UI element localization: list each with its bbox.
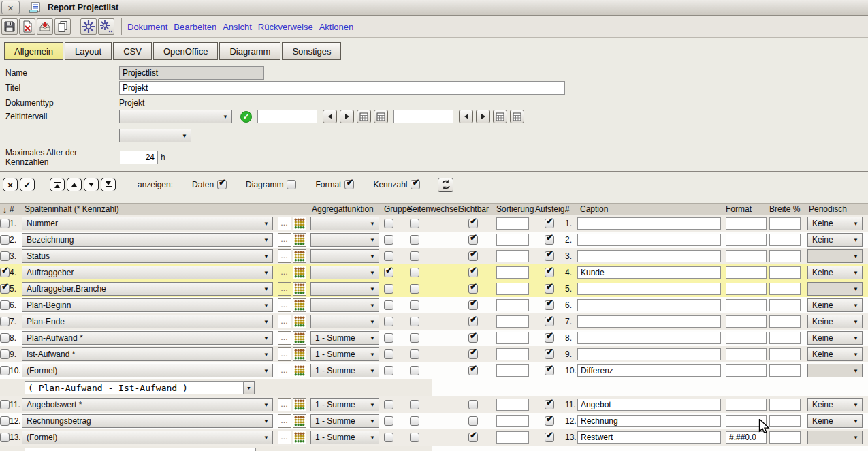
dots-button[interactable]: ... bbox=[278, 217, 291, 230]
next-button-1[interactable] bbox=[340, 110, 354, 123]
dots-button[interactable]: ... bbox=[278, 233, 291, 247]
aufsteig-checkbox[interactable] bbox=[545, 251, 554, 261]
aufsteig-checkbox[interactable] bbox=[545, 300, 554, 310]
breite-input[interactable] bbox=[769, 266, 801, 279]
caption-input[interactable] bbox=[577, 217, 721, 230]
breite-input[interactable] bbox=[769, 431, 801, 444]
report-wizard-button[interactable] bbox=[80, 18, 97, 35]
tab-allgemein[interactable]: Allgemein bbox=[4, 42, 63, 60]
row-select-checkbox[interactable] bbox=[0, 333, 10, 343]
seitenwechsel-checkbox[interactable] bbox=[410, 219, 419, 228]
sortierung-input[interactable] bbox=[496, 266, 529, 279]
caption-input[interactable] bbox=[577, 399, 721, 411]
aufsteig-checkbox[interactable] bbox=[545, 235, 554, 245]
periodisch-select[interactable] bbox=[807, 282, 863, 296]
content-select[interactable]: Ist-Aufwand * bbox=[22, 347, 273, 361]
sortierung-input[interactable] bbox=[496, 364, 529, 377]
format-input[interactable] bbox=[726, 364, 767, 377]
move-up-button[interactable] bbox=[67, 178, 82, 191]
calendar-button-4[interactable] bbox=[510, 110, 524, 123]
gruppe-checkbox[interactable] bbox=[384, 219, 393, 228]
format-input[interactable] bbox=[726, 399, 767, 411]
sichtbar-checkbox[interactable] bbox=[468, 366, 478, 375]
content-select[interactable]: Auftraggeber.Branche bbox=[22, 282, 273, 296]
content-select[interactable]: Auftraggeber bbox=[22, 266, 273, 279]
sichtbar-checkbox[interactable] bbox=[468, 284, 478, 294]
gruppe-checkbox[interactable] bbox=[384, 366, 393, 375]
sortierung-input[interactable] bbox=[496, 283, 529, 295]
name-input[interactable] bbox=[119, 66, 264, 80]
row-select-checkbox[interactable] bbox=[0, 251, 10, 261]
row-select-checkbox[interactable] bbox=[0, 416, 10, 426]
seitenwechsel-checkbox[interactable] bbox=[410, 317, 419, 326]
caption-input[interactable] bbox=[577, 283, 721, 295]
sortierung-input[interactable] bbox=[496, 399, 529, 411]
breite-input[interactable] bbox=[769, 348, 801, 360]
next-button-2[interactable] bbox=[476, 110, 490, 123]
aggregat-select[interactable]: 1 - Summe bbox=[310, 398, 379, 411]
aufsteig-checkbox[interactable] bbox=[545, 400, 554, 409]
dots-button[interactable]: ... bbox=[278, 298, 291, 312]
formula-dropdown-button[interactable]: ▼ bbox=[244, 381, 255, 394]
dots-button[interactable]: ... bbox=[278, 282, 291, 296]
aufsteig-checkbox[interactable] bbox=[545, 349, 554, 359]
seitenwechsel-checkbox[interactable] bbox=[410, 433, 419, 442]
content-select[interactable]: (Formel) bbox=[22, 364, 273, 377]
sichtbar-checkbox[interactable] bbox=[468, 333, 478, 343]
aufsteig-checkbox[interactable] bbox=[545, 433, 554, 442]
color-grid-button[interactable] bbox=[293, 298, 306, 312]
menu-item-rueckverweise[interactable]: Rückverweise bbox=[258, 22, 313, 32]
anzeigen-checkbox[interactable] bbox=[217, 180, 227, 189]
aufsteig-checkbox[interactable] bbox=[545, 416, 554, 426]
row-select-checkbox[interactable] bbox=[0, 300, 10, 310]
format-input[interactable] bbox=[726, 234, 767, 246]
dots-button[interactable]: ... bbox=[278, 347, 291, 361]
format-input[interactable] bbox=[726, 217, 767, 230]
format-input[interactable] bbox=[726, 332, 767, 344]
formula-input[interactable] bbox=[25, 448, 256, 451]
caption-input[interactable] bbox=[577, 266, 721, 279]
sortierung-input[interactable] bbox=[496, 315, 529, 328]
aggregat-select[interactable] bbox=[310, 282, 379, 296]
dots-button[interactable]: ... bbox=[278, 364, 291, 377]
deselect-all-button[interactable]: × bbox=[3, 178, 18, 191]
color-grid-button[interactable] bbox=[293, 398, 306, 411]
format-input[interactable] bbox=[726, 315, 767, 328]
gruppe-checkbox[interactable] bbox=[384, 317, 393, 326]
color-grid-button[interactable] bbox=[293, 233, 306, 247]
aggregat-select[interactable]: 1 - Summe bbox=[310, 331, 379, 345]
periodisch-select[interactable]: Keine bbox=[807, 331, 863, 345]
row-select-checkbox[interactable] bbox=[0, 400, 10, 409]
periodisch-select[interactable]: Keine bbox=[807, 217, 863, 230]
menu-item-dokument[interactable]: Dokument bbox=[127, 22, 167, 32]
breite-input[interactable] bbox=[769, 234, 801, 246]
anzeigen-checkbox[interactable] bbox=[411, 180, 420, 189]
content-select[interactable]: Plan-Beginn bbox=[22, 298, 273, 312]
checkin-button[interactable] bbox=[37, 18, 53, 35]
sichtbar-checkbox[interactable] bbox=[468, 251, 478, 261]
menu-item-ansicht[interactable]: Ansicht bbox=[223, 22, 252, 32]
seitenwechsel-checkbox[interactable] bbox=[410, 235, 419, 245]
row-select-checkbox[interactable] bbox=[0, 317, 10, 326]
content-select[interactable]: Plan-Ende bbox=[22, 315, 273, 328]
color-grid-button[interactable] bbox=[293, 414, 306, 428]
sortierung-input[interactable] bbox=[496, 348, 529, 360]
caption-input[interactable] bbox=[577, 234, 721, 246]
seitenwechsel-checkbox[interactable] bbox=[410, 251, 419, 261]
seitenwechsel-checkbox[interactable] bbox=[410, 400, 419, 409]
breite-input[interactable] bbox=[769, 250, 801, 262]
caption-input[interactable] bbox=[577, 431, 721, 444]
copy-button[interactable] bbox=[54, 18, 71, 35]
seitenwechsel-checkbox[interactable] bbox=[410, 300, 419, 310]
sichtbar-checkbox[interactable] bbox=[468, 268, 478, 277]
menu-item-bearbeiten[interactable]: Bearbeiten bbox=[174, 22, 216, 32]
breite-input[interactable] bbox=[769, 399, 801, 411]
breite-input[interactable] bbox=[769, 283, 801, 295]
titel-input[interactable] bbox=[119, 81, 565, 95]
sortierung-input[interactable] bbox=[496, 299, 529, 311]
tab-openoffice[interactable]: OpenOffice bbox=[153, 42, 219, 60]
aufsteig-checkbox[interactable] bbox=[545, 333, 554, 343]
sortierung-input[interactable] bbox=[496, 250, 529, 262]
seitenwechsel-checkbox[interactable] bbox=[410, 284, 419, 294]
dots-button[interactable]: ... bbox=[278, 331, 291, 345]
